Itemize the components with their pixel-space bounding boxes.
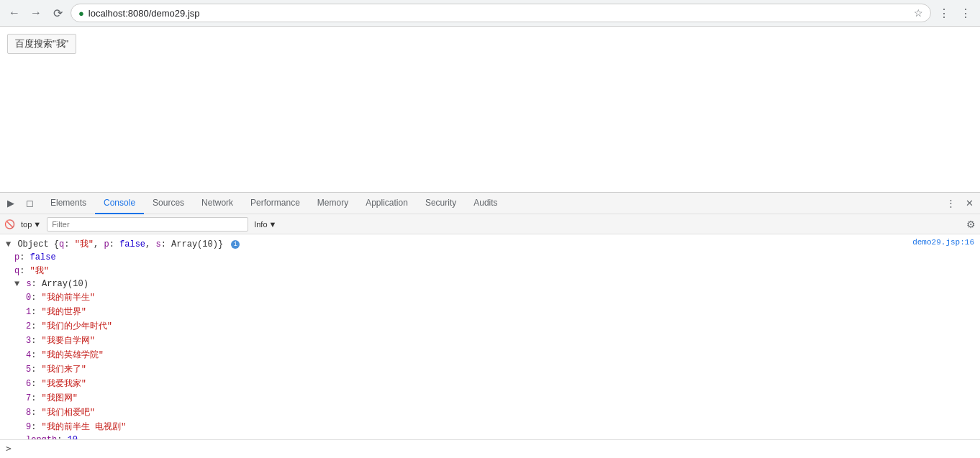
object-label: Object {q: "我", p: false, s: Array(10)} <box>17 239 223 249</box>
device-toggle-button[interactable]: ◻ <box>22 196 37 211</box>
devtools-panel: ▶ ◻ Elements Console Sources Network Per… <box>0 192 980 457</box>
console-settings-icon[interactable]: ⚙ <box>966 219 976 230</box>
console-input-row: > <box>0 439 980 457</box>
array-item-0-text: 0: "我的前半生" <box>26 291 974 303</box>
prop-p-line: p: false <box>0 252 980 264</box>
array-item-1: 1: "我的世界" <box>0 305 980 319</box>
array-length-line: length: 10 <box>0 434 980 439</box>
object-text: ▼ Object {q: "我", p: false, s: Array(10)… <box>6 238 912 250</box>
prop-q-key: q <box>14 266 19 276</box>
array-item-8-value: "我们相爱吧" <box>42 408 95 418</box>
prop-s-value: Array(10) <box>42 279 89 289</box>
baidu-search-button[interactable]: 百度搜索"我" <box>7 34 76 54</box>
devtools-close-button[interactable]: ✕ <box>961 196 977 211</box>
log-level-selector[interactable]: Info ▼ <box>251 219 279 230</box>
devtools-left-icons: ▶ ◻ <box>3 196 42 211</box>
array-item-5: 5: "我们来了" <box>0 362 980 377</box>
devtools-tabs: Elements Console Sources Network Perform… <box>42 193 943 214</box>
page-content: 百度搜索"我" <box>0 27 980 192</box>
prop-p-key: p <box>14 252 19 262</box>
prop-q-line: q: "我" <box>0 264 980 278</box>
array-item-9: 9: "我的前半生 电视剧" <box>0 420 980 434</box>
prop-q-text: q: "我" <box>14 265 974 277</box>
no-entry-icon[interactable]: 🚫 <box>4 219 15 229</box>
context-label: top <box>21 220 32 229</box>
tab-performance[interactable]: Performance <box>242 193 309 214</box>
context-chevron-icon: ▼ <box>33 220 41 229</box>
array-item-0: 0: "我的前半生" <box>0 290 980 305</box>
devtools-right-icons: ⋮ ✕ <box>943 196 977 211</box>
reload-button[interactable]: ⟳ <box>49 4 66 22</box>
array-triangle-icon[interactable]: ▼ <box>14 279 19 289</box>
tab-audits[interactable]: Audits <box>465 193 506 214</box>
array-item-5-value: "我们来了" <box>42 365 86 375</box>
array-item-6-value: "我爱我家" <box>42 379 86 389</box>
forward-button[interactable]: → <box>27 4 45 22</box>
log-level-label: Info <box>254 220 267 229</box>
array-item-3: 3: "我要自学网" <box>0 334 980 348</box>
tab-elements[interactable]: Elements <box>42 193 95 214</box>
array-item-1-value: "我的世界" <box>42 307 86 317</box>
array-item-2-value: "我们的少年时代" <box>42 321 112 331</box>
context-selector[interactable]: top ▼ <box>18 219 44 230</box>
tab-application[interactable]: Application <box>357 193 417 214</box>
devtools-more-button[interactable]: ⋮ <box>943 196 958 211</box>
array-item-9-value: "我的前半生 电视剧" <box>42 422 127 432</box>
array-item-7-value: "我图网" <box>42 393 78 403</box>
menu-icon[interactable]: ⋮ <box>957 4 974 23</box>
array-item-4-value: "我的英雄学院" <box>42 350 104 360</box>
console-prompt-symbol: > <box>6 443 12 454</box>
console-input-field[interactable] <box>16 444 974 454</box>
browser-toolbar: ← → ⟳ ● localhost:8080/demo29.jsp ☆ ⋮ ⋮ <box>0 0 980 26</box>
tab-network[interactable]: Network <box>193 193 242 214</box>
prop-p-text: p: false <box>14 252 974 262</box>
back-button[interactable]: ← <box>6 4 23 22</box>
url-text: localhost:8080/demo29.jsp <box>89 8 909 19</box>
array-item-7: 7: "我图网" <box>0 391 980 406</box>
prop-s-key: s <box>26 279 31 289</box>
cast-icon[interactable]: ⋮ <box>935 4 953 23</box>
inspect-element-button[interactable]: ▶ <box>3 196 19 211</box>
console-output: ▼ Object {q: "我", p: false, s: Array(10)… <box>0 234 980 439</box>
array-item-6: 6: "我爱我家" <box>0 377 980 391</box>
prop-s-text: ▼ s: Array(10) <box>14 279 974 289</box>
lock-icon: ● <box>78 8 84 19</box>
prop-q-value: "我" <box>30 266 49 276</box>
prop-p-value: false <box>30 252 56 262</box>
console-toolbar: 🚫 top ▼ Info ▼ ⚙ <box>0 214 980 234</box>
prop-s-expand-line[interactable]: ▼ s: Array(10) <box>0 278 980 290</box>
object-triangle-icon[interactable]: ▼ <box>6 239 11 249</box>
log-level-chevron-icon: ▼ <box>269 220 277 229</box>
tab-sources[interactable]: Sources <box>144 193 193 214</box>
address-bar[interactable]: ● localhost:8080/demo29.jsp ☆ <box>71 4 931 22</box>
array-item-8: 8: "我们相爱吧" <box>0 406 980 420</box>
info-badge: i <box>231 240 240 249</box>
object-file-link[interactable]: demo29.jsp:16 <box>912 238 974 247</box>
array-item-3-value: "我要自学网" <box>42 336 95 346</box>
tab-security[interactable]: Security <box>417 193 465 214</box>
array-item-0-value: "我的前半生" <box>42 293 95 303</box>
object-expand-line[interactable]: ▼ Object {q: "我", p: false, s: Array(10)… <box>0 237 980 252</box>
array-item-2: 2: "我们的少年时代" <box>0 319 980 334</box>
console-filter-input[interactable] <box>47 217 248 232</box>
bookmark-icon: ☆ <box>914 7 923 19</box>
browser-chrome: ← → ⟳ ● localhost:8080/demo29.jsp ☆ ⋮ ⋮ <box>0 0 980 27</box>
tab-memory[interactable]: Memory <box>309 193 357 214</box>
tab-console[interactable]: Console <box>95 193 144 214</box>
array-item-4: 4: "我的英雄学院" <box>0 348 980 362</box>
devtools-topbar: ▶ ◻ Elements Console Sources Network Per… <box>0 193 980 214</box>
